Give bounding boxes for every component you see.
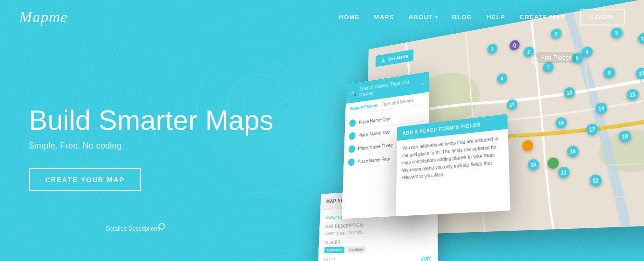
- detailed-descriptions-label: Detailed Descriptions: [106, 225, 160, 232]
- nav-links: HOME MAPS ABOUT BLOG HELP CREATE MAP LOG…: [339, 9, 625, 25]
- download-icon: ↓: [421, 79, 425, 87]
- hero-title: Build Smarter Maps: [29, 104, 273, 135]
- place-dot: [349, 119, 356, 127]
- login-button[interactable]: LOGIN: [580, 9, 625, 25]
- place-name-1: Place Name One: [359, 116, 390, 125]
- place-name-2: Place Name Two: [358, 129, 389, 138]
- nav-create-map[interactable]: CREATE MAP: [520, 13, 565, 21]
- search-icon: 🔍: [350, 89, 356, 97]
- place-name-4: Place Name Four: [358, 156, 390, 164]
- places-tag: Fantastico: [324, 247, 344, 253]
- place-dot-4: [348, 158, 354, 166]
- hero-content: Build Smarter Maps Simple. Free. No codi…: [29, 104, 273, 191]
- nav-blog[interactable]: BLOG: [452, 13, 473, 21]
- logo[interactable]: Mapme: [19, 8, 68, 26]
- hero-section: Mapme HOME MAPS ABOUT BLOG HELP CREATE M…: [0, 0, 644, 261]
- map-mockup: 1 2 3 4 5 6 7 8 9 10 11 12 13 14 15 16 1…: [317, 0, 644, 261]
- form-card: ADD A PLACE FORM'S FIELDS You can add/re…: [396, 114, 510, 216]
- cta-button[interactable]: CREATE YOUR MAP: [29, 168, 141, 191]
- add-places-label: Add Places: [535, 52, 577, 63]
- navigation: Mapme HOME MAPS ABOUT BLOG HELP CREATE M…: [0, 0, 644, 34]
- settings-places-field: PLACES Fantastico Locations: [324, 237, 431, 253]
- hero-subtitle: Simple. Free. No coding.: [29, 141, 273, 151]
- place-name-3: Place Name Three: [358, 142, 393, 151]
- settings-description-field: MAP DESCRIPTION: Lorem ipsum dolor sit..…: [325, 220, 431, 236]
- places-tag2: Locations: [346, 246, 366, 253]
- nav-about[interactable]: ABOUT: [408, 13, 437, 21]
- sidebar-tab-tags[interactable]: Tags and Names: [382, 98, 414, 107]
- place-dot-2: [349, 132, 355, 140]
- nav-help[interactable]: HELP: [486, 13, 505, 21]
- sidebar-tab-places[interactable]: Search Places: [350, 102, 377, 111]
- place-dot-3: [348, 145, 355, 153]
- edit-button[interactable]: EDIT: [421, 256, 431, 261]
- nav-home[interactable]: HOME: [339, 13, 360, 21]
- settings-places-label: PLACES: [325, 237, 431, 245]
- settings-numbers: 54 | 12: [324, 258, 335, 261]
- nav-maps[interactable]: MAPS: [374, 13, 394, 21]
